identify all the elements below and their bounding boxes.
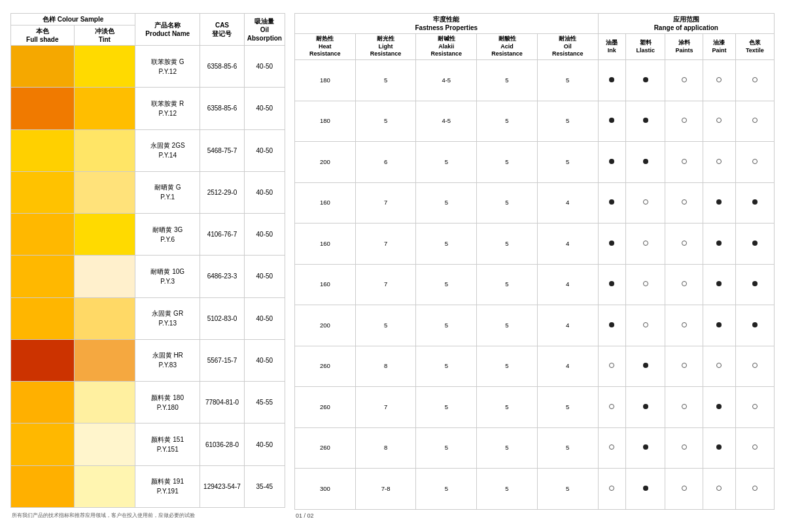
paint-cell <box>703 264 735 305</box>
application-group-header: 应用范围 Range of application <box>598 14 774 34</box>
table-row: 260 7 5 5 5 <box>295 387 775 428</box>
absorption-cell: 40-50 <box>244 214 285 256</box>
tint-cell <box>74 46 135 88</box>
full-shade-cell <box>11 382 75 424</box>
full-shade-cell <box>11 46 75 88</box>
dot-filled <box>643 363 648 368</box>
acid-cell: 5 <box>477 224 538 265</box>
ink-cell <box>598 264 626 305</box>
paint-cell <box>703 182 735 224</box>
oil-cell: 4 <box>537 182 598 224</box>
product-name-cell: 联苯胺黄 RP.Y.12 <box>135 88 200 129</box>
alakii-cell: 5 <box>416 142 477 183</box>
paints-cell <box>665 264 703 305</box>
full-shade-cell <box>11 171 75 213</box>
tint-cell <box>74 424 135 465</box>
textile-header: 色浆 Textile <box>735 34 774 60</box>
table-row: 永固黄 GRP.Y.13 5102-83-0 40-50 <box>11 297 285 339</box>
dot-filled <box>716 444 722 450</box>
properties-table: 牢度性能 Fastness Properties 应用范围 Range of a… <box>294 13 775 510</box>
full-shade-cell <box>11 214 75 256</box>
light-cell: 7-8 <box>355 469 416 510</box>
heat-cell: 300 <box>295 469 356 510</box>
textile-cell <box>735 60 774 101</box>
dot-empty <box>682 118 687 123</box>
paints-cell <box>665 101 703 142</box>
acid-cell: 5 <box>477 101 538 142</box>
plastic-cell <box>626 101 665 142</box>
footer-note: 所有我们产品的技术指标和推荐应用领域，客户在投入使用前，应做必要的试验 <box>12 512 195 519</box>
plastic-cell <box>626 427 665 469</box>
plastic-cell <box>626 60 665 101</box>
absorption-cell: 40-50 <box>244 88 285 129</box>
table-row: 永固黄 HRP.Y.83 5567-15-7 40-50 <box>11 339 285 381</box>
product-name-cell: 耐晒黄 10GP.Y.3 <box>135 256 200 297</box>
textile-cell <box>735 305 774 346</box>
alakii-cell: 5 <box>416 264 477 305</box>
heat-cell: 260 <box>295 346 356 387</box>
oil-header: 耐油性 Oil Resistance <box>537 34 598 60</box>
heat-cell: 180 <box>295 60 356 101</box>
acid-cell: 5 <box>477 346 538 387</box>
textile-cell <box>735 182 774 224</box>
dot-empty <box>682 363 687 368</box>
cas-cell: 5102-83-0 <box>200 297 244 339</box>
table-row: 联苯胺黄 GP.Y.12 6358-85-6 40-50 <box>11 46 285 88</box>
light-cell: 5 <box>355 305 416 346</box>
plastic-cell <box>626 387 665 428</box>
dot-filled <box>643 118 648 123</box>
plastic-header: 塑料 Llastic <box>626 34 665 60</box>
light-cell: 7 <box>355 182 416 224</box>
dot-filled <box>643 444 648 450</box>
product-name-cell: 永固黄 2GSP.Y.14 <box>135 129 200 171</box>
cas-cell: 5468-75-7 <box>200 129 244 171</box>
colour-sample-header: 色样 Colour Sample <box>11 14 135 25</box>
heat-cell: 200 <box>295 142 356 183</box>
heat-cell: 160 <box>295 264 356 305</box>
cas-cell: 61036-28-0 <box>200 424 244 465</box>
dot-empty <box>682 486 687 491</box>
table-row: 180 5 4-5 5 5 <box>295 60 775 101</box>
tint-header: 冲淡色 Tint <box>74 25 135 46</box>
ink-cell <box>598 427 626 469</box>
oil-cell: 5 <box>537 469 598 510</box>
product-name-cell: 耐晒黄 3GP.Y.6 <box>135 214 200 256</box>
alakii-cell: 5 <box>416 305 477 346</box>
alakii-cell: 5 <box>416 469 477 510</box>
dot-filled <box>643 77 648 82</box>
dot-filled <box>609 118 614 123</box>
paint-cell <box>703 224 735 265</box>
product-name-cell: 颜料黄 151P.Y.151 <box>135 424 200 465</box>
dot-empty <box>609 404 614 409</box>
paint-cell <box>703 469 735 510</box>
right-panel: 牢度性能 Fastness Properties 应用范围 Range of a… <box>294 13 775 519</box>
acid-header: 耐酸性 Acid Resistance <box>477 34 538 60</box>
dot-filled <box>643 404 648 409</box>
dot-empty <box>682 404 687 409</box>
oil-cell: 5 <box>537 101 598 142</box>
product-name-header: 产品名称 Product Name <box>135 14 200 46</box>
product-name-cell: 颜料黄 191P.Y.191 <box>135 465 200 507</box>
light-cell: 7 <box>355 224 416 265</box>
table-row: 联苯胺黄 RP.Y.12 6358-85-6 40-50 <box>11 88 285 129</box>
oil-cell: 4 <box>537 224 598 265</box>
table-row: 160 7 5 5 4 <box>295 182 775 224</box>
dot-filled <box>609 322 614 327</box>
alakii-cell: 4-5 <box>416 101 477 142</box>
dot-empty <box>609 363 614 368</box>
dot-empty <box>752 77 758 82</box>
table-row: 200 5 5 5 4 <box>295 305 775 346</box>
alakii-cell: 4-5 <box>416 60 477 101</box>
plastic-cell <box>626 346 665 387</box>
full-shade-cell <box>11 339 75 381</box>
cas-cell: 129423-54-7 <box>200 465 244 507</box>
ink-cell <box>598 346 626 387</box>
paints-header: 涂料 Paints <box>665 34 703 60</box>
paints-cell <box>665 224 703 265</box>
tint-cell <box>74 465 135 507</box>
dot-filled <box>609 199 614 205</box>
oil-cell: 4 <box>537 305 598 346</box>
textile-cell <box>735 101 774 142</box>
absorption-cell: 40-50 <box>244 256 285 297</box>
full-shade-cell <box>11 424 75 465</box>
